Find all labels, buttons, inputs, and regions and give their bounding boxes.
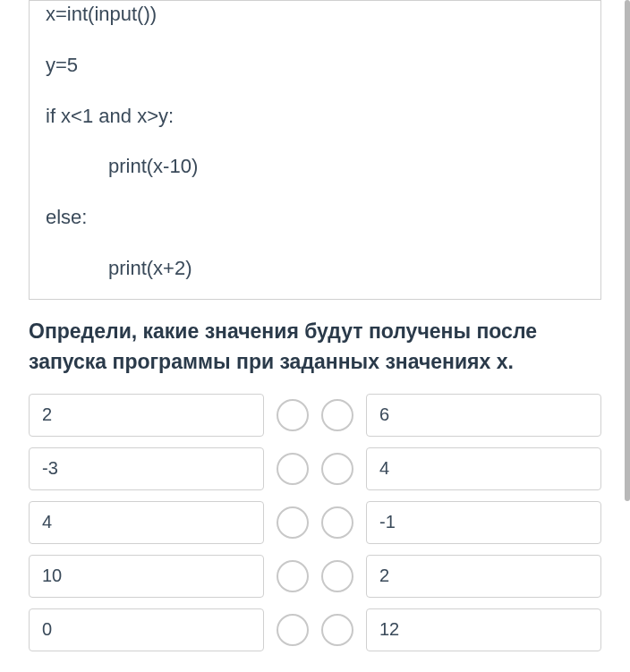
- answer-row: -3 4: [29, 447, 601, 490]
- right-value[interactable]: 6: [366, 394, 601, 437]
- code-line-2: y=5: [46, 52, 584, 80]
- code-line-5: else:: [46, 204, 584, 232]
- code-line-6: print(x+2): [46, 255, 584, 283]
- left-value[interactable]: 2: [29, 394, 264, 437]
- left-value[interactable]: 10: [29, 555, 264, 598]
- right-value[interactable]: 2: [366, 555, 601, 598]
- radio-right[interactable]: [321, 560, 353, 592]
- code-line-4: print(x-10): [46, 153, 584, 181]
- radio-right[interactable]: [321, 614, 353, 646]
- left-value[interactable]: 0: [29, 608, 264, 651]
- right-value[interactable]: 12: [366, 608, 601, 651]
- radio-left[interactable]: [277, 614, 309, 646]
- radio-left[interactable]: [277, 560, 309, 592]
- answer-rows: 2 6 -3 4 4 -1 10 2 0 12: [29, 394, 601, 651]
- radio-left[interactable]: [277, 399, 309, 431]
- radio-right[interactable]: [321, 453, 353, 485]
- right-value[interactable]: 4: [366, 447, 601, 490]
- left-value[interactable]: 4: [29, 501, 264, 544]
- code-block: x=int(input()) y=5 if x<1 and x>y: print…: [29, 0, 601, 300]
- scrollbar-thumb[interactable]: [625, 0, 630, 501]
- radio-right[interactable]: [321, 506, 353, 539]
- radio-left[interactable]: [277, 506, 309, 539]
- code-line-1: x=int(input()): [46, 1, 584, 29]
- radio-right[interactable]: [321, 399, 353, 431]
- answer-row: 0 12: [29, 608, 601, 651]
- answer-row: 4 -1: [29, 501, 601, 544]
- scrollbar[interactable]: [623, 0, 630, 672]
- radio-left[interactable]: [277, 453, 309, 485]
- answer-row: 2 6: [29, 394, 601, 437]
- right-value[interactable]: -1: [366, 501, 601, 544]
- left-value[interactable]: -3: [29, 447, 264, 490]
- answer-row: 10 2: [29, 555, 601, 598]
- code-line-3: if x<1 and x>y:: [46, 103, 584, 131]
- question-text: Определи, какие значения будут получены …: [29, 316, 601, 378]
